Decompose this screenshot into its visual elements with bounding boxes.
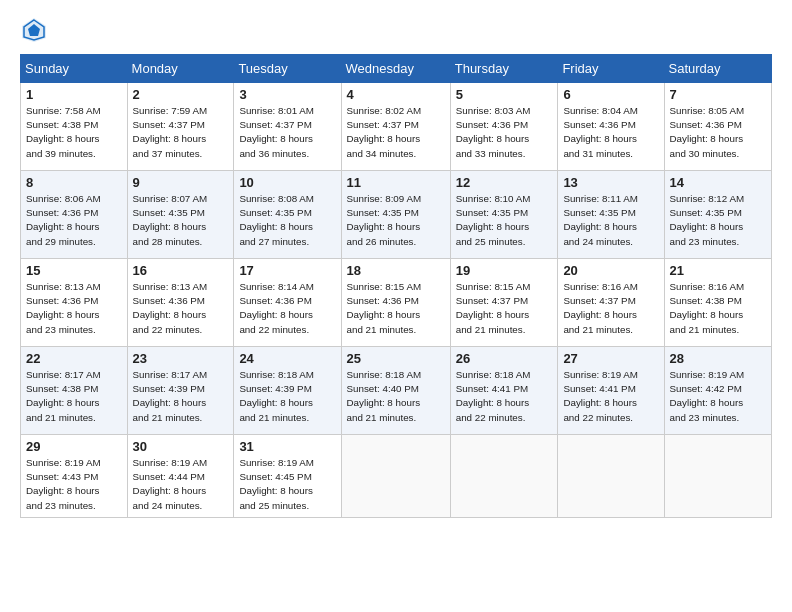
day-info: Sunrise: 8:10 AMSunset: 4:35 PMDaylight:…	[456, 192, 553, 249]
calendar-cell	[450, 435, 558, 518]
calendar-cell: 2Sunrise: 7:59 AMSunset: 4:37 PMDaylight…	[127, 83, 234, 171]
calendar-cell	[341, 435, 450, 518]
calendar-table: SundayMondayTuesdayWednesdayThursdayFrid…	[20, 54, 772, 518]
day-info: Sunrise: 7:58 AMSunset: 4:38 PMDaylight:…	[26, 104, 122, 161]
calendar-cell: 20Sunrise: 8:16 AMSunset: 4:37 PMDayligh…	[558, 259, 664, 347]
day-number: 1	[26, 87, 122, 102]
day-info: Sunrise: 8:09 AMSunset: 4:35 PMDaylight:…	[347, 192, 445, 249]
day-number: 30	[133, 439, 229, 454]
calendar-cell: 18Sunrise: 8:15 AMSunset: 4:36 PMDayligh…	[341, 259, 450, 347]
calendar-cell: 8Sunrise: 8:06 AMSunset: 4:36 PMDaylight…	[21, 171, 128, 259]
day-number: 4	[347, 87, 445, 102]
calendar-cell: 23Sunrise: 8:17 AMSunset: 4:39 PMDayligh…	[127, 347, 234, 435]
day-number: 24	[239, 351, 335, 366]
calendar-cell: 6Sunrise: 8:04 AMSunset: 4:36 PMDaylight…	[558, 83, 664, 171]
logo-icon	[20, 16, 48, 44]
day-number: 28	[670, 351, 766, 366]
day-info: Sunrise: 8:15 AMSunset: 4:36 PMDaylight:…	[347, 280, 445, 337]
day-number: 11	[347, 175, 445, 190]
weekday-header-sunday: Sunday	[21, 55, 128, 83]
day-info: Sunrise: 8:01 AMSunset: 4:37 PMDaylight:…	[239, 104, 335, 161]
weekday-header-wednesday: Wednesday	[341, 55, 450, 83]
day-number: 10	[239, 175, 335, 190]
day-number: 15	[26, 263, 122, 278]
day-info: Sunrise: 8:16 AMSunset: 4:37 PMDaylight:…	[563, 280, 658, 337]
weekday-header-saturday: Saturday	[664, 55, 771, 83]
calendar-cell: 21Sunrise: 8:16 AMSunset: 4:38 PMDayligh…	[664, 259, 771, 347]
calendar-cell: 29Sunrise: 8:19 AMSunset: 4:43 PMDayligh…	[21, 435, 128, 518]
calendar-cell: 12Sunrise: 8:10 AMSunset: 4:35 PMDayligh…	[450, 171, 558, 259]
day-info: Sunrise: 8:19 AMSunset: 4:44 PMDaylight:…	[133, 456, 229, 513]
day-info: Sunrise: 8:17 AMSunset: 4:39 PMDaylight:…	[133, 368, 229, 425]
day-info: Sunrise: 8:08 AMSunset: 4:35 PMDaylight:…	[239, 192, 335, 249]
day-info: Sunrise: 8:12 AMSunset: 4:35 PMDaylight:…	[670, 192, 766, 249]
calendar-week-1: 1Sunrise: 7:58 AMSunset: 4:38 PMDaylight…	[21, 83, 772, 171]
day-number: 20	[563, 263, 658, 278]
day-info: Sunrise: 8:19 AMSunset: 4:43 PMDaylight:…	[26, 456, 122, 513]
day-info: Sunrise: 8:11 AMSunset: 4:35 PMDaylight:…	[563, 192, 658, 249]
day-info: Sunrise: 8:18 AMSunset: 4:40 PMDaylight:…	[347, 368, 445, 425]
calendar-cell: 11Sunrise: 8:09 AMSunset: 4:35 PMDayligh…	[341, 171, 450, 259]
weekday-header-monday: Monday	[127, 55, 234, 83]
calendar-cell	[664, 435, 771, 518]
day-info: Sunrise: 8:07 AMSunset: 4:35 PMDaylight:…	[133, 192, 229, 249]
day-number: 2	[133, 87, 229, 102]
calendar-cell: 16Sunrise: 8:13 AMSunset: 4:36 PMDayligh…	[127, 259, 234, 347]
header	[20, 16, 772, 44]
calendar-week-3: 15Sunrise: 8:13 AMSunset: 4:36 PMDayligh…	[21, 259, 772, 347]
day-info: Sunrise: 8:16 AMSunset: 4:38 PMDaylight:…	[670, 280, 766, 337]
calendar-cell: 13Sunrise: 8:11 AMSunset: 4:35 PMDayligh…	[558, 171, 664, 259]
calendar-cell: 24Sunrise: 8:18 AMSunset: 4:39 PMDayligh…	[234, 347, 341, 435]
day-info: Sunrise: 8:05 AMSunset: 4:36 PMDaylight:…	[670, 104, 766, 161]
day-number: 14	[670, 175, 766, 190]
day-number: 16	[133, 263, 229, 278]
calendar-cell: 15Sunrise: 8:13 AMSunset: 4:36 PMDayligh…	[21, 259, 128, 347]
weekday-header-tuesday: Tuesday	[234, 55, 341, 83]
day-info: Sunrise: 8:18 AMSunset: 4:41 PMDaylight:…	[456, 368, 553, 425]
calendar-week-4: 22Sunrise: 8:17 AMSunset: 4:38 PMDayligh…	[21, 347, 772, 435]
day-number: 25	[347, 351, 445, 366]
calendar-cell: 10Sunrise: 8:08 AMSunset: 4:35 PMDayligh…	[234, 171, 341, 259]
day-number: 17	[239, 263, 335, 278]
page-container: SundayMondayTuesdayWednesdayThursdayFrid…	[0, 0, 792, 528]
day-number: 22	[26, 351, 122, 366]
calendar-cell: 4Sunrise: 8:02 AMSunset: 4:37 PMDaylight…	[341, 83, 450, 171]
day-info: Sunrise: 8:13 AMSunset: 4:36 PMDaylight:…	[133, 280, 229, 337]
day-info: Sunrise: 8:03 AMSunset: 4:36 PMDaylight:…	[456, 104, 553, 161]
day-number: 8	[26, 175, 122, 190]
day-number: 26	[456, 351, 553, 366]
calendar-cell: 14Sunrise: 8:12 AMSunset: 4:35 PMDayligh…	[664, 171, 771, 259]
calendar-cell: 28Sunrise: 8:19 AMSunset: 4:42 PMDayligh…	[664, 347, 771, 435]
day-number: 5	[456, 87, 553, 102]
calendar-cell: 5Sunrise: 8:03 AMSunset: 4:36 PMDaylight…	[450, 83, 558, 171]
weekday-header-thursday: Thursday	[450, 55, 558, 83]
calendar-cell: 17Sunrise: 8:14 AMSunset: 4:36 PMDayligh…	[234, 259, 341, 347]
calendar-week-5: 29Sunrise: 8:19 AMSunset: 4:43 PMDayligh…	[21, 435, 772, 518]
calendar-cell	[558, 435, 664, 518]
calendar-week-2: 8Sunrise: 8:06 AMSunset: 4:36 PMDaylight…	[21, 171, 772, 259]
day-info: Sunrise: 8:19 AMSunset: 4:41 PMDaylight:…	[563, 368, 658, 425]
day-info: Sunrise: 8:14 AMSunset: 4:36 PMDaylight:…	[239, 280, 335, 337]
day-info: Sunrise: 8:13 AMSunset: 4:36 PMDaylight:…	[26, 280, 122, 337]
logo	[20, 16, 52, 44]
calendar-cell: 3Sunrise: 8:01 AMSunset: 4:37 PMDaylight…	[234, 83, 341, 171]
calendar-cell: 26Sunrise: 8:18 AMSunset: 4:41 PMDayligh…	[450, 347, 558, 435]
day-info: Sunrise: 8:06 AMSunset: 4:36 PMDaylight:…	[26, 192, 122, 249]
calendar-cell: 25Sunrise: 8:18 AMSunset: 4:40 PMDayligh…	[341, 347, 450, 435]
calendar-cell: 22Sunrise: 8:17 AMSunset: 4:38 PMDayligh…	[21, 347, 128, 435]
day-info: Sunrise: 8:19 AMSunset: 4:45 PMDaylight:…	[239, 456, 335, 513]
day-number: 29	[26, 439, 122, 454]
day-number: 7	[670, 87, 766, 102]
day-number: 12	[456, 175, 553, 190]
calendar-cell: 31Sunrise: 8:19 AMSunset: 4:45 PMDayligh…	[234, 435, 341, 518]
day-number: 27	[563, 351, 658, 366]
day-info: Sunrise: 8:17 AMSunset: 4:38 PMDaylight:…	[26, 368, 122, 425]
calendar-cell: 9Sunrise: 8:07 AMSunset: 4:35 PMDaylight…	[127, 171, 234, 259]
day-number: 23	[133, 351, 229, 366]
day-number: 19	[456, 263, 553, 278]
calendar-cell: 27Sunrise: 8:19 AMSunset: 4:41 PMDayligh…	[558, 347, 664, 435]
day-info: Sunrise: 8:04 AMSunset: 4:36 PMDaylight:…	[563, 104, 658, 161]
day-number: 3	[239, 87, 335, 102]
day-info: Sunrise: 8:02 AMSunset: 4:37 PMDaylight:…	[347, 104, 445, 161]
day-number: 6	[563, 87, 658, 102]
